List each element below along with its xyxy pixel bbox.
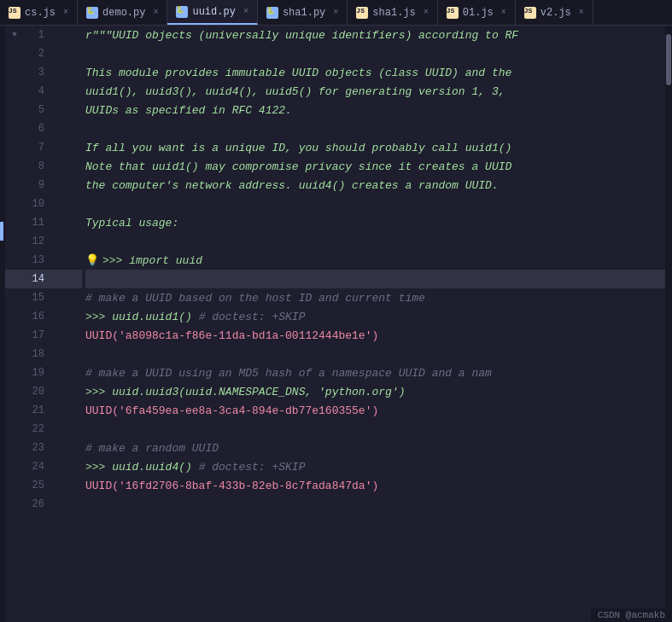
fold-5 [9, 101, 20, 119]
line-row-4: 4 [5, 82, 82, 101]
line-num-7: 7 [20, 142, 51, 154]
tab-sha1-js-close[interactable]: × [424, 8, 429, 17]
line-row-3: 3 [5, 63, 82, 82]
fold-12 [9, 232, 20, 251]
code-text-8: Note that uuid1() may compromise privacy… [85, 160, 511, 173]
line-num-21: 21 [20, 404, 51, 416]
line-row-1: ▼ 1 [5, 26, 82, 44]
tab-uuid-py-close[interactable]: × [243, 7, 248, 16]
line-row-19: 19 [5, 363, 82, 382]
fold-8 [9, 157, 20, 176]
line-row-23: 23 [5, 439, 82, 457]
line-num-18: 18 [20, 348, 51, 360]
fold-23 [9, 439, 20, 457]
line-row-10: 10 [5, 195, 82, 213]
code-text-20: >>> uuid.uuid3(uuid.NAMESPACE_DNS, 'pyth… [85, 386, 405, 398]
line-numbers: ▼ 1 2 3 4 5 6 7 8 [5, 26, 82, 622]
tab-demo-py[interactable]: 🐍 demo.py × [78, 0, 167, 25]
code-text-16: >>> uuid.uuid1() # doctest: +SKIP [85, 311, 305, 323]
line-row-8: 8 [5, 157, 82, 176]
line-num-22: 22 [20, 423, 51, 435]
fold-25 [9, 476, 20, 495]
code-line-3: This module provides immutable UUID obje… [85, 63, 665, 82]
tab-01-js[interactable]: JS 01.js × [438, 0, 516, 25]
tab-sha1-py[interactable]: 🐍 sha1.py × [258, 0, 348, 25]
line-row-11: 11 [5, 213, 82, 232]
code-line-8: Note that uuid1() may compromise privacy… [85, 157, 665, 176]
code-line-23: # make a random UUID [85, 439, 665, 457]
tab-v2-js-label: v2.js [541, 7, 571, 19]
fold-16 [9, 307, 20, 326]
code-text-15: # make a UUID based on the host ID and c… [85, 292, 425, 305]
code-text-23: # make a random UUID [85, 442, 219, 455]
js-icon: JS [9, 7, 20, 19]
line-row-12: 12 [5, 232, 82, 251]
fold-10 [9, 195, 20, 213]
line-num-12: 12 [20, 235, 51, 247]
fold-18 [9, 345, 20, 363]
code-text-4: uuid1(), uuid3(), uuid4(), uuid5() for g… [85, 85, 505, 98]
tab-01-js-close[interactable]: × [501, 8, 506, 17]
fold-6 [9, 119, 20, 138]
code-content[interactable]: r"""UUID objects (universally unique ide… [82, 26, 665, 622]
tab-v2-js[interactable]: JS v2.js × [516, 0, 593, 25]
code-line-13: 💡 >>> import uuid [85, 251, 665, 270]
code-text-13: >>> import uuid [102, 254, 202, 267]
code-line-14 [85, 270, 665, 288]
fold-20 [9, 382, 20, 401]
code-line-9: the computer's network address. uuid4() … [85, 176, 665, 195]
tab-cs-js-close[interactable]: × [63, 8, 68, 17]
py-icon-sha1: 🐍 [266, 7, 278, 19]
code-line-1: r"""UUID objects (universally unique ide… [85, 26, 665, 44]
code-line-22 [85, 420, 665, 439]
line-num-9: 9 [20, 179, 51, 191]
tab-v2-js-close[interactable]: × [579, 8, 584, 17]
line-row-26: 26 [5, 495, 82, 514]
vertical-scrollbar[interactable] [665, 26, 672, 622]
line-num-15: 15 [20, 292, 51, 304]
line-num-11: 11 [20, 217, 51, 229]
tab-demo-py-close[interactable]: × [153, 8, 158, 17]
code-line-21: UUID('6fa459ea-ee8a-3ca4-894e-db77e16035… [85, 401, 665, 420]
code-text-25: UUID('16fd2706-8baf-433b-82eb-8c7fada847… [85, 480, 378, 492]
scrollbar-thumb[interactable] [666, 34, 671, 85]
js-icon-sha1: JS [356, 7, 368, 19]
code-text-24: >>> uuid.uuid4() # doctest: +SKIP [85, 461, 305, 474]
line-num-26: 26 [20, 498, 51, 510]
line-num-14: 14 [20, 273, 51, 285]
code-line-20: >>> uuid.uuid3(uuid.NAMESPACE_DNS, 'pyth… [85, 382, 665, 401]
tab-sha1-py-label: sha1.py [283, 7, 325, 19]
py-icon-demo: 🐍 [86, 7, 98, 19]
editor: ▼ 1 2 3 4 5 6 7 8 [0, 26, 672, 622]
line-row-24: 24 [5, 457, 82, 476]
code-line-12 [85, 232, 665, 251]
fold-13 [9, 251, 20, 270]
tab-cs-js[interactable]: JS cs.js × [0, 0, 78, 25]
line-row-25: 25 [5, 476, 82, 495]
line-row-21: 21 [5, 401, 82, 420]
code-text-5: UUIDs as specified in RFC 4122. [85, 104, 292, 117]
tab-sha1-js[interactable]: JS sha1.js × [348, 0, 437, 25]
code-text-11: Typical usage: [85, 217, 178, 230]
line-row-2: 2 [5, 44, 82, 63]
line-num-25: 25 [20, 480, 51, 491]
fold-1[interactable]: ▼ [9, 26, 20, 44]
code-line-24: >>> uuid.uuid4() # doctest: +SKIP [85, 457, 665, 476]
tab-uuid-py[interactable]: 🐍 uuid.py × [167, 0, 257, 25]
status-bar: CSDN @acmakb [591, 608, 672, 622]
code-text-3: This module provides immutable UUID obje… [85, 67, 511, 79]
line-num-17: 17 [20, 329, 51, 341]
fold-24 [9, 457, 20, 476]
fold-14 [9, 270, 20, 288]
line-num-19: 19 [20, 367, 51, 379]
line-num-10: 10 [20, 198, 51, 210]
tab-sha1-py-close[interactable]: × [333, 8, 338, 17]
cursor-indicator [0, 222, 3, 241]
code-line-16: >>> uuid.uuid1() # doctest: +SKIP [85, 307, 665, 326]
tab-sha1-js-label: sha1.js [372, 7, 415, 19]
line-row-22: 22 [5, 420, 82, 439]
code-line-17: UUID('a8098c1a-f86e-11da-bd1a-00112444be… [85, 326, 665, 345]
tab-bar: JS cs.js × 🐍 demo.py × 🐍 uuid.py × 🐍 sha… [0, 0, 672, 26]
status-text: CSDN @acmakb [598, 610, 665, 620]
fold-3 [9, 63, 20, 82]
